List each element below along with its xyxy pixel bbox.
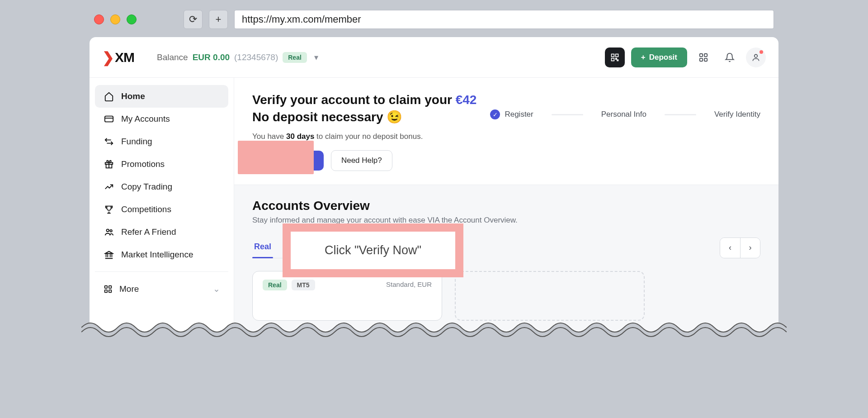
url-text: https://my.xm.com/member — [242, 14, 361, 25]
chevron-down-icon: ⌄ — [213, 284, 220, 294]
deposit-button[interactable]: + Deposit — [631, 48, 687, 67]
badge-mt5: MT5 — [292, 280, 315, 290]
deposit-label: Deposit — [649, 53, 677, 62]
sidebar: Home My Accounts Funding Promotions Copy… — [90, 78, 234, 336]
account-id: (12345678) — [234, 52, 278, 62]
profile-button[interactable] — [746, 48, 766, 67]
cards-pager: ‹ › — [720, 238, 760, 258]
sidebar-item-label: Refer A Friend — [121, 227, 176, 237]
qr-code-button[interactable] — [605, 48, 625, 67]
overview-subtitle: Stay informed and manage your account wi… — [252, 216, 760, 225]
pager-next-button[interactable]: › — [740, 238, 760, 258]
account-card[interactable]: Real MT5 Standard, EUR — [252, 271, 442, 321]
sidebar-item-my-accounts[interactable]: My Accounts — [95, 108, 228, 130]
overview-tabs: Real Demo — [252, 238, 316, 258]
sidebar-item-label: Market Intelligence — [121, 250, 193, 260]
accounts-overview-section: Accounts Overview Stay informed and mana… — [234, 185, 778, 336]
svg-rect-3 — [700, 53, 703, 56]
account-mode-badge: Real — [283, 52, 307, 63]
balance-display[interactable]: Balance EUR 0.00 (12345678) Real ▾ — [157, 52, 318, 63]
window-controls — [94, 14, 137, 24]
need-help-button[interactable]: Need Help? — [331, 150, 392, 171]
badge-real: Real — [263, 280, 287, 290]
chevron-down-icon: ▾ — [314, 52, 318, 62]
trophy-icon — [103, 204, 115, 214]
sidebar-item-home[interactable]: Home — [95, 85, 228, 108]
svg-rect-0 — [611, 54, 614, 57]
logo-text: XM — [115, 50, 134, 65]
account-type-label: Standard, EUR — [386, 280, 432, 288]
gift-icon — [103, 159, 115, 169]
logo-chevron-icon: ❯ — [102, 49, 114, 66]
add-account-card[interactable] — [455, 271, 645, 321]
header-actions: + Deposit — [605, 48, 766, 67]
check-icon: ✓ — [490, 109, 500, 119]
svg-rect-5 — [700, 58, 703, 61]
verify-subtext: You have 30 days to claim your no deposi… — [252, 132, 476, 141]
chevron-left-icon: ‹ — [729, 243, 731, 252]
app-viewport: ❯ XM Balance EUR 0.00 (12345678) Real ▾ … — [90, 37, 778, 336]
tab-demo[interactable]: Demo — [289, 238, 316, 258]
notifications-button[interactable] — [720, 48, 740, 67]
main-content: Verify your account to claim your €42 No… — [234, 78, 778, 336]
sidebar-item-label: Promotions — [121, 159, 165, 169]
pager-prev-button[interactable]: ‹ — [720, 238, 740, 258]
account-cards-row: Real MT5 Standard, EUR — [252, 271, 760, 321]
sidebar-item-label: My Accounts — [121, 114, 170, 124]
step-separator — [665, 114, 696, 115]
app-body: Home My Accounts Funding Promotions Copy… — [90, 78, 778, 336]
qr-icon — [610, 53, 619, 62]
step-label: Register — [505, 110, 533, 119]
svg-point-7 — [755, 54, 758, 57]
tab-real[interactable]: Real — [252, 238, 273, 258]
sidebar-item-promotions[interactable]: Promotions — [95, 153, 228, 176]
svg-rect-6 — [704, 58, 707, 61]
svg-rect-2 — [611, 58, 614, 61]
sidebar-divider — [95, 271, 228, 272]
bell-icon — [725, 52, 735, 62]
step-label: Verify Identity — [714, 110, 760, 119]
apps-grid-button[interactable] — [693, 48, 713, 67]
trend-icon — [103, 182, 115, 192]
svg-point-14 — [110, 230, 112, 232]
balance-amount: EUR 0.00 — [193, 52, 230, 62]
balance-label: Balance — [157, 52, 188, 62]
maximize-window-icon[interactable] — [127, 14, 137, 24]
verify-now-button[interactable]: Verify Now → — [252, 151, 324, 171]
sidebar-item-label: Copy Trading — [121, 182, 172, 192]
grid-icon — [698, 52, 708, 62]
browser-chrome: ⟳ + https://my.xm.com/member — [81, 2, 787, 37]
sidebar-item-label: Home — [121, 91, 145, 101]
more-grid-icon — [103, 284, 113, 294]
step-personal-info: Personal Info — [601, 110, 646, 119]
reload-icon: ⟳ — [189, 14, 197, 25]
plus-icon: + — [216, 14, 222, 25]
verify-banner: Verify your account to claim your €42 No… — [234, 78, 778, 185]
xm-logo[interactable]: ❯ XM — [102, 49, 134, 66]
close-window-icon[interactable] — [94, 14, 104, 24]
reload-button[interactable]: ⟳ — [184, 10, 203, 29]
sidebar-item-market-intelligence[interactable]: Market Intelligence — [95, 243, 228, 266]
url-bar[interactable]: https://my.xm.com/member — [234, 10, 774, 29]
people-icon — [103, 227, 115, 237]
step-register: ✓ Register — [490, 109, 533, 119]
sidebar-item-competitions[interactable]: Competitions — [95, 198, 228, 221]
chevron-right-icon: › — [749, 243, 752, 252]
minimize-window-icon[interactable] — [110, 14, 120, 24]
arrow-right-icon: → — [306, 156, 314, 165]
sidebar-item-label: Competitions — [121, 204, 171, 214]
sidebar-item-funding[interactable]: Funding — [95, 130, 228, 153]
new-tab-button[interactable]: + — [209, 10, 228, 29]
user-icon — [751, 53, 760, 62]
verify-steps: ✓ Register Personal Info Verify Identity — [490, 109, 760, 119]
sidebar-item-copy-trading[interactable]: Copy Trading — [95, 176, 228, 198]
transfer-icon — [103, 137, 115, 147]
svg-rect-18 — [109, 290, 112, 292]
sidebar-item-more[interactable]: More ⌄ — [95, 277, 228, 300]
need-help-label: Need Help? — [341, 156, 382, 165]
home-icon — [103, 91, 115, 101]
verify-title: Verify your account to claim your €42 No… — [252, 91, 476, 126]
sidebar-item-refer-a-friend[interactable]: Refer A Friend — [95, 221, 228, 243]
sidebar-item-label: Funding — [121, 137, 152, 147]
card-icon — [103, 114, 115, 124]
